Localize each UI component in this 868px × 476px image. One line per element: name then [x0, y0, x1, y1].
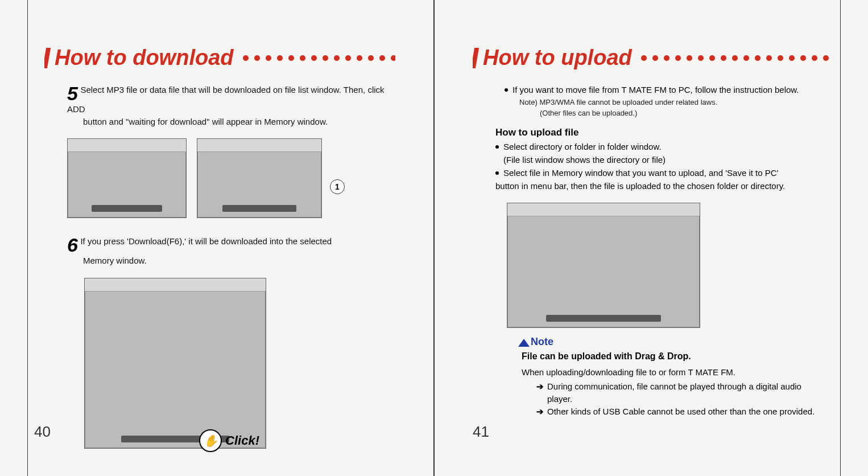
step-6-figure: ✋ Click!: [84, 278, 266, 449]
dot-icon: [652, 55, 658, 61]
intro-bullet: If you want to move file from T MATE FM …: [505, 84, 829, 97]
cursor-icon: ✋: [204, 434, 218, 448]
dot-icon: [277, 55, 283, 61]
right-body: If you want to move file from T MATE FM …: [473, 84, 829, 417]
cursor-icon-wrap: ✋: [199, 429, 222, 452]
dot-icon: [379, 55, 385, 61]
screenshot-thumbnail-2: [197, 138, 322, 218]
intro-text: If you want to move file from T MATE FM …: [512, 84, 799, 97]
dot-icon: [687, 55, 692, 61]
note-arrow-1a: During communication, file cannot be pla…: [547, 381, 801, 391]
note-header: Note: [518, 336, 829, 348]
dot-icon: [323, 55, 328, 61]
note-box: Note File can be uploaded with Drag & Dr…: [518, 336, 829, 417]
callout-1: 1: [330, 179, 345, 194]
bullet-icon: [505, 88, 508, 92]
upload-bullet-2: Select file in Memory window that you wa…: [495, 167, 829, 180]
step-6-text-line2: Memory window.: [67, 255, 395, 268]
dot-icon: [743, 55, 749, 61]
dot-icon: [698, 55, 704, 61]
screenshot-thumbnail-4: [507, 203, 700, 328]
header-dots: [243, 55, 395, 61]
dot-icon: [254, 55, 260, 61]
left-title: How to download: [55, 46, 234, 70]
left-header: How to download: [44, 46, 395, 70]
header-tick-icon: [473, 48, 479, 68]
dot-icon: [345, 55, 351, 61]
note-arrow-2-text: Other kinds of USB Cable cannot be used …: [547, 405, 815, 418]
page-left: How to download 5 Select MP3 file or dat…: [0, 0, 434, 476]
step-5-text-line1: Select MP3 file or data file that will b…: [67, 85, 385, 114]
right-page-content: How to upload If you want to move file f…: [434, 0, 868, 476]
screenshot-thumbnail-1: [67, 138, 187, 218]
upload-bullet-2-text: Select file in Memory window that you wa…: [503, 167, 778, 180]
right-header: How to upload: [473, 46, 829, 70]
step-5-number: 5: [67, 84, 78, 103]
intro-note-1: Note) MP3/WMA file cannot be uploaded un…: [519, 97, 829, 108]
left-page-content: How to download 5 Select MP3 file or dat…: [0, 0, 434, 476]
dot-icon: [800, 55, 806, 61]
step-5: 5 Select MP3 file or data file that will…: [67, 84, 395, 128]
upload-subhead: How to upload file: [495, 127, 829, 138]
bullet-icon: [495, 145, 499, 149]
dot-icon: [266, 55, 271, 61]
step-6: 6 If you press 'Download(F6),' it will b…: [67, 235, 395, 268]
dot-icon: [311, 55, 317, 61]
dot-icon: [288, 55, 294, 61]
step-5-text-line2: button and "waiting for download" will a…: [67, 116, 395, 129]
left-page-number: 40: [34, 423, 51, 441]
dot-icon: [823, 55, 829, 61]
click-callout: ✋ Click!: [199, 429, 259, 452]
dot-icon: [357, 55, 362, 61]
dot-icon: [778, 55, 783, 61]
right-title: How to upload: [483, 46, 632, 70]
right-page-number: 41: [473, 423, 489, 441]
upload-bullet-1-text: Select directory or folder in folder win…: [503, 141, 662, 154]
note-strong: File can be uploaded with Drag & Drop.: [522, 351, 829, 362]
click-label: Click!: [225, 433, 259, 448]
upload-bullet-1-sub: (File list window shows the directory or…: [503, 153, 829, 167]
dot-icon: [766, 55, 772, 61]
note-triangle-icon: [518, 339, 530, 347]
dot-icon: [300, 55, 305, 61]
dot-icon: [812, 55, 817, 61]
bullet-icon: [495, 171, 499, 175]
intro-note-2: (Other files can be uploaded.): [540, 108, 829, 119]
dot-icon: [391, 55, 395, 61]
dot-icon: [368, 55, 374, 61]
dot-icon: [675, 55, 681, 61]
screenshot-thumbnail-2-wrap: 1: [197, 138, 322, 218]
note-body: When uploading/downloading file to or fo…: [522, 367, 829, 377]
dot-icon: [243, 55, 249, 61]
dot-icon: [709, 55, 715, 61]
screenshot-thumbnail-3: [84, 278, 266, 449]
note-arrow-2: ➔ Other kinds of USB Cable cannot be use…: [536, 405, 829, 418]
arrow-right-icon: ➔: [536, 405, 544, 418]
upload-bullet-1: Select directory or folder in folder win…: [495, 141, 829, 154]
callout-1-label: 1: [335, 182, 340, 191]
dot-icon: [641, 55, 647, 61]
dot-icon: [789, 55, 795, 61]
step-6-number: 6: [67, 235, 78, 255]
header-tick-icon: [44, 48, 51, 68]
upload-figure: [507, 203, 829, 328]
step-6-text-line1: If you press 'Download(F6),' it will be …: [80, 236, 332, 246]
page-right: How to upload If you want to move file f…: [434, 0, 868, 476]
dot-icon: [755, 55, 760, 61]
dot-icon: [721, 55, 726, 61]
note-arrow-1: ➔ During communication, file cannot be p…: [536, 380, 829, 405]
arrow-right-icon: ➔: [536, 380, 544, 405]
step-5-figure: 1: [67, 138, 395, 218]
header-dots: [641, 55, 829, 61]
upload-bullet-2-cont: button in menu bar, then the file is upl…: [495, 180, 829, 193]
dot-icon: [334, 55, 340, 61]
dot-icon: [664, 55, 669, 61]
note-label: Note: [531, 336, 553, 348]
dot-icon: [732, 55, 738, 61]
note-arrow-1b: player.: [547, 394, 572, 404]
